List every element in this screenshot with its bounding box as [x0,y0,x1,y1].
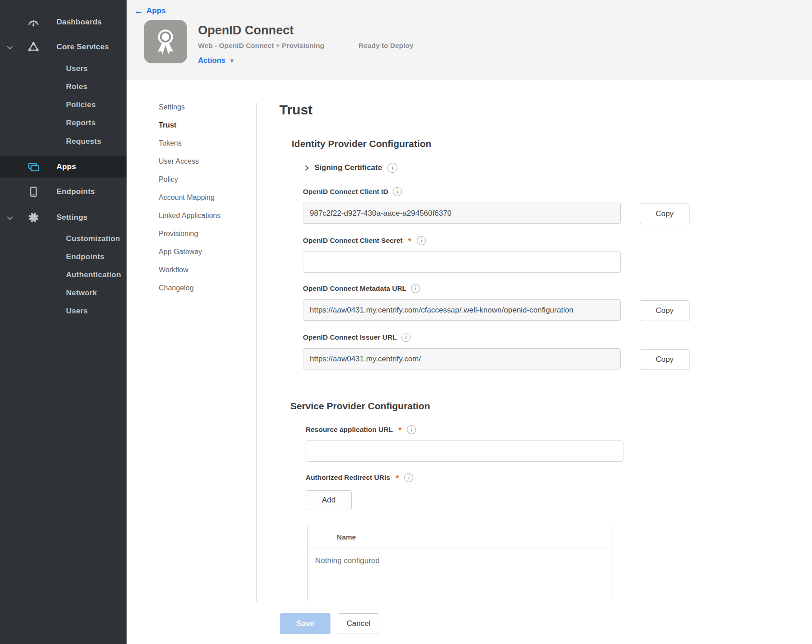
copy-metadata-url-button[interactable]: Copy [640,300,689,321]
metadata-url-input[interactable] [303,299,621,321]
sidebar-item-users[interactable]: Users [0,60,127,78]
sidebar-item-reports[interactable]: Reports [0,114,127,132]
issuer-url-label: OpenID Connect Issuer URL [303,333,397,341]
app-logo [144,20,187,63]
info-icon[interactable]: i [387,163,397,173]
redirect-uris-table: Name Nothing configured [307,526,613,601]
client-secret-label: OpenID Connect Client Secret [303,237,402,245]
sidebar-item-customization[interactable]: Customization [0,230,127,248]
identity-provider-heading: Identity Provider Configuration [292,138,431,149]
issuer-url-label-row: OpenID Connect Issuer URL i [303,333,411,342]
tab-account-mapping[interactable]: Account Mapping [127,189,253,207]
sidebar-item-settings[interactable]: Settings [0,208,127,227]
core-services-icon [24,41,43,53]
client-id-label: OpenID Connect Client ID [303,188,388,196]
redirect-uris-label: Authorized Redirect URIs [306,474,390,482]
sidebar-item-network[interactable]: Network [0,284,127,302]
tab-trust[interactable]: Trust [127,116,253,134]
table-header-name: Name [308,526,613,548]
app-header: ← Apps OpenID Connect Web - OpenID Conne… [127,0,812,80]
gear-icon [24,212,43,223]
back-arrow-icon: ← [134,7,143,15]
client-secret-input[interactable] [303,251,621,273]
required-marker: * [398,428,401,433]
sidebar-item-settings-users[interactable]: Users [0,302,127,320]
tab-workflow[interactable]: Workflow [127,261,253,279]
info-icon[interactable]: i [411,284,420,293]
gauge-icon [24,17,43,28]
sidebar-item-policies[interactable]: Policies [0,96,127,114]
tab-settings[interactable]: Settings [127,98,253,116]
actions-label: Actions [198,56,226,65]
required-marker: * [408,239,411,244]
apps-icon [24,161,43,172]
back-link-label: Apps [146,6,166,15]
resource-url-label-row: Resource application URL * i [306,425,416,434]
client-id-label-row: OpenID Connect Client ID i [303,187,402,196]
sidebar-item-settings-endpoints[interactable]: Endpoints [0,248,127,266]
sidebar-item-authentication[interactable]: Authentication [0,266,127,284]
copy-issuer-url-button[interactable]: Copy [640,349,689,370]
content-divider [256,103,257,601]
resource-url-label: Resource application URL [306,426,393,434]
sidebar-item-core-services[interactable]: Core Services [0,38,127,56]
chevron-down-icon [7,43,13,49]
info-icon[interactable]: i [401,333,411,342]
info-icon[interactable]: i [407,425,416,434]
client-id-input[interactable] [303,203,621,224]
certificate-ribbon-icon [151,27,179,57]
chevron-down-icon [7,214,13,220]
sidebar-item-dashboards[interactable]: Dashboards [0,13,127,31]
resource-url-input[interactable] [306,440,623,462]
app-root: Dashboards Core Services Users Roles Pol… [0,0,812,644]
app-type-subtitle: Web - OpenID Connect + Provisioning [198,42,324,50]
tab-linked-applications[interactable]: Linked Applications [127,207,253,225]
app-section-nav: Settings Trust Tokens User Access Policy… [127,98,253,297]
sidebar-item-apps[interactable]: Apps [0,156,127,178]
save-button[interactable]: Save [280,613,330,634]
add-redirect-uri-button[interactable]: Add [306,490,352,510]
sidebar-item-endpoints[interactable]: Endpoints [0,183,127,201]
page-title: Trust [279,102,312,118]
status-badge: Ready to Deploy [359,42,413,50]
signing-certificate-toggle[interactable]: Signing Certificate i [304,163,397,173]
sidebar-item-requests[interactable]: Requests [0,133,127,151]
page-app-title: OpenID Connect [198,24,294,38]
tab-provisioning[interactable]: Provisioning [127,225,253,243]
chevron-right-icon [303,165,309,171]
issuer-url-input[interactable] [303,348,621,369]
actions-menu-button[interactable]: Actions ▼ [198,56,235,65]
endpoint-device-icon [24,186,43,198]
tab-user-access[interactable]: User Access [127,152,253,170]
required-marker: * [396,476,399,481]
service-provider-heading: Service Provider Configuration [290,401,430,412]
metadata-url-label-row: OpenID Connect Metadata URL i [303,284,420,293]
info-icon[interactable]: i [404,473,413,482]
signing-certificate-label: Signing Certificate [314,163,382,172]
sidebar-item-roles[interactable]: Roles [0,78,127,96]
tab-app-gateway[interactable]: App Gateway [127,243,253,261]
back-to-apps-link[interactable]: ← Apps [134,6,166,15]
tab-policy[interactable]: Policy [127,170,253,189]
info-icon[interactable]: i [417,236,426,245]
table-empty-message: Nothing configured [308,548,613,565]
sidebar: Dashboards Core Services Users Roles Pol… [0,0,127,644]
metadata-url-label: OpenID Connect Metadata URL [303,284,406,293]
tab-tokens[interactable]: Tokens [127,134,253,152]
client-secret-label-row: OpenID Connect Client Secret * i [303,236,426,245]
caret-down-icon: ▼ [229,57,235,64]
redirect-uris-label-row: Authorized Redirect URIs * i [306,473,413,482]
cancel-button[interactable]: Cancel [338,613,379,634]
copy-client-id-button[interactable]: Copy [640,204,689,224]
info-icon[interactable]: i [393,187,402,196]
tab-changelog[interactable]: Changelog [127,279,253,297]
